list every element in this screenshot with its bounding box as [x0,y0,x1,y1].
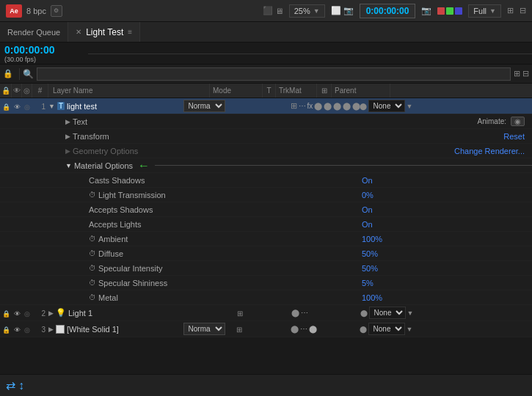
layer3-lock[interactable]: 🔒 [0,325,12,334]
top-bar: Ae 8 bpc ⚙ ⬛ 🖥 25% ▼ ⬜ 📷 0:00:00:00 📷 [0,0,532,22]
col-lock-header: 🔒 [0,84,12,98]
layer2-lock[interactable]: 🔒 [0,309,12,318]
render-queue-tab[interactable]: Render Queue [0,22,68,42]
specular-intensity-row[interactable]: ⏱ Specular Intensity 50% [0,261,532,276]
diffuse-stopwatch[interactable]: ⏱ [89,249,96,257]
geometry-right: Change Renderer... [356,147,532,155]
tab-bar: Render Queue ✕ Light Test ≡ [0,22,532,43]
layer1-lock[interactable]: 🔒 [0,102,12,111]
settings-icon[interactable]: ⚙ [51,5,62,17]
diffuse-val: 50% [362,249,378,258]
expand2-icon[interactable]: ⊟ [520,6,526,15]
quality-value: Full [473,7,487,15]
specular-shininess-row[interactable]: ⏱ Specular Shininess 5% [0,276,532,290]
geometry-row[interactable]: ▶ Geometry Options Change Renderer... [0,144,532,158]
change-renderer-link[interactable]: Change Renderer... [454,147,525,155]
metal-row[interactable]: ⏱ Metal 100% [0,290,532,305]
layer3-right-icons: ⬤ ⋯ ⬤ [291,325,357,333]
layer2-solo[interactable]: ◎ [22,309,32,318]
empty-area [0,337,532,374]
accepts-lights-row[interactable]: Accepts Lights On [0,217,532,232]
col-solo-header: ◎ [22,84,32,98]
toolbar-icons: ⬛ 🖥 [263,6,283,15]
layer1-expand[interactable]: ▼ T [48,102,65,110]
layer1-eye[interactable]: 👁 [12,102,22,111]
layer3-solo[interactable]: ◎ [22,325,32,334]
transform-label: Transform [73,132,109,141]
ambient-row[interactable]: ⏱ Ambient 100% [0,232,532,246]
zoom-control[interactable]: 25% ▼ [289,4,325,18]
col-parent-header: Parent [332,84,390,98]
layer-3-row[interactable]: 🔒 👁 ◎ 3 ▶ [White Solid 1] Norma ⊞ ⬤ ⋯ ⬤ [0,321,532,337]
layer3-solid-icon [56,325,65,334]
camera-icons: ⬜ 📷 [331,6,354,15]
quality-control[interactable]: Full ▼ [468,4,501,18]
col-eye-header: 👁 [12,84,22,98]
light-transmission-row[interactable]: ⏱ Light Transmission 0% [0,188,532,202]
accepts-shadows-row[interactable]: Accepts Shadows On [0,202,532,217]
layer-1-row[interactable]: 🔒 👁 ◎ 1 ▼ T light test Norma ⊞ ⋯ fx ⬤ ⬤ [0,98,532,114]
active-tab[interactable]: ✕ Light Test ≡ [68,22,140,42]
layer3-name: [White Solid 1] [67,325,183,334]
column-headers: 🔒 👁 ◎ # Layer Name Mode T TrkMat ⊞ Paren… [0,84,532,98]
layer1-solo[interactable]: ◎ [22,102,32,111]
search-input[interactable] [37,67,511,81]
light-transmission-label: Light Transmission [98,191,166,199]
expand-icon[interactable]: ⊞ [507,6,514,15]
accepts-lights-val: On [362,220,373,229]
lock-toggle[interactable]: 🔒 [3,69,13,78]
bottom-icon1[interactable]: ⇄ [6,378,15,392]
search-magnify-icon[interactable]: 🔍 [23,69,34,79]
text-expand-icon[interactable]: ▶ [65,118,70,125]
panel-icon[interactable]: ⊞ [514,69,520,78]
search-bar: 🔒 🔍 ⊞ ⊟ [0,65,532,84]
casts-shadows-right: On [356,176,532,185]
light-transmission-stopwatch[interactable]: ⏱ [89,191,96,199]
text-prop-left: ▶ Text [48,117,356,126]
reset-link[interactable]: Reset [503,132,525,141]
layer2-num: 2 [32,309,48,318]
layer3-parent-select[interactable]: None [368,323,405,335]
bottom-icon2[interactable]: ↕ [18,379,24,392]
geometry-expand-icon[interactable]: ▶ [65,147,70,155]
layer1-mode[interactable]: Norma [183,100,236,112]
spec-intensity-stopwatch[interactable]: ⏱ [89,264,96,272]
layer3-eye[interactable]: 👁 [12,325,22,334]
ambient-label: Ambient [98,235,128,243]
specular-shininess-label: Specular Shininess [98,279,167,287]
layer3-expand[interactable]: ▶ [48,325,65,334]
spec-shininess-stopwatch[interactable]: ⏱ [89,279,96,287]
layer2-parent-select[interactable]: None [369,307,406,319]
comp-time[interactable]: 0:00:00:00 [4,44,84,56]
layer2-expand[interactable]: ▶ 💡 [48,308,66,318]
metal-stopwatch[interactable]: ⏱ [89,293,96,301]
layer-2-row[interactable]: 🔒 👁 ◎ 2 ▶ 💡 Light 1 ⊞ ⬤ ⋯ ⬤ None ▼ [0,305,532,321]
specular-intensity-label: Specular Intensity [98,264,162,273]
col-t-header: T [263,84,276,98]
accepts-shadows-right: On [356,205,532,214]
tab-close-icon[interactable]: ✕ [76,28,81,36]
diffuse-row[interactable]: ⏱ Diffuse 50% [0,246,532,261]
layer2-eye[interactable]: 👁 [12,309,22,318]
layer3-mode-select[interactable]: Norma [183,323,225,335]
material-arrow-icon: ← [138,159,150,172]
layer1-parent-select[interactable]: None [368,100,405,112]
layer3-mode[interactable]: Norma [183,323,236,335]
diffuse-label: Diffuse [98,249,123,258]
transform-row[interactable]: ▶ Transform Reset [0,129,532,144]
text-prop-row[interactable]: ▶ Text Animate: ◉ [0,114,532,129]
transform-expand-icon[interactable]: ▶ [65,133,70,140]
zoom-value: 25% [294,7,310,15]
view-icons: ⊞ ⊟ [514,69,529,78]
material-expand-icon[interactable]: ▼ [65,162,72,169]
timecode-display[interactable]: 0:00:00:00 [360,4,416,18]
layer1-mode-select[interactable]: Norma [183,100,225,112]
text-animate-area: Animate: ◉ [356,117,532,126]
ambient-stopwatch[interactable]: ⏱ [89,235,96,243]
animate-btn[interactable]: ◉ [511,117,525,126]
casts-shadows-row[interactable]: Casts Shadows On [0,173,532,188]
material-options-row[interactable]: ▼ Material Options ← [0,158,532,173]
tab-menu-icon[interactable]: ≡ [128,28,132,36]
expand-all-icon[interactable]: ⊟ [522,69,529,78]
layer2-t: ⊞ [237,309,250,318]
